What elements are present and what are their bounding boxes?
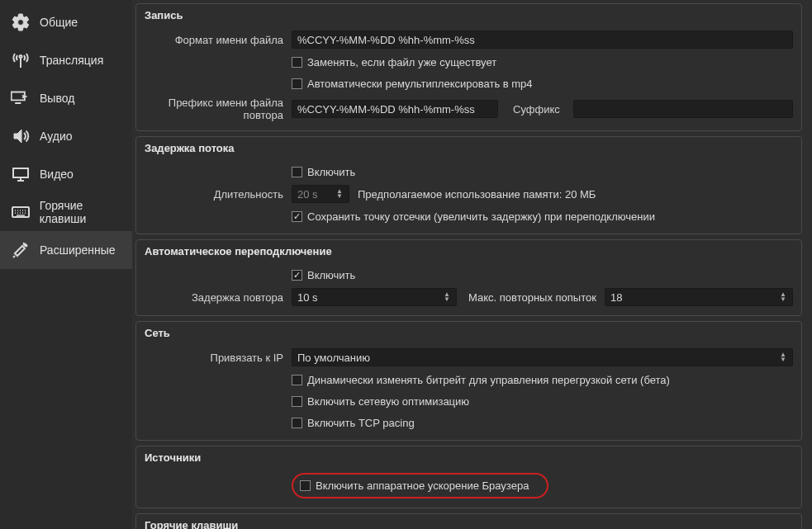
antenna-icon bbox=[10, 50, 31, 71]
dropdown-arrows-icon: ▲▼ bbox=[777, 352, 789, 362]
overwrite-checkbox[interactable]: Заменять, если файл уже существует bbox=[292, 56, 496, 68]
settings-content[interactable]: Запись Формат имени файла Заменять, если… bbox=[132, 0, 812, 529]
checkbox-label: Включить TCP pacing bbox=[307, 417, 415, 429]
preserve-cutoff-checkbox[interactable]: Сохранить точку отсечки (увеличить задер… bbox=[292, 210, 655, 223]
bind-ip-label: Привязать к IP bbox=[145, 352, 292, 364]
group-reconnect: Автоматическое переподключение Включить … bbox=[135, 239, 802, 316]
checkbox-icon bbox=[292, 396, 302, 407]
spinner-buttons-icon: ▲▼ bbox=[777, 292, 789, 302]
monitor-icon bbox=[10, 163, 31, 185]
group-recording: Запись Формат имени файла Заменять, если… bbox=[135, 3, 802, 131]
group-sources: Источники Включить аппаратное ускорение … bbox=[135, 446, 802, 508]
checkbox-icon bbox=[292, 418, 302, 428]
checkbox-label: Включить bbox=[307, 166, 355, 178]
replay-prefix-input[interactable] bbox=[292, 100, 498, 118]
checkbox-label: Заменять, если файл уже существует bbox=[307, 56, 496, 68]
sidebar-item-label: Трансляция bbox=[40, 54, 103, 67]
group-network: Сеть Привязать к IP По умолчанию ▲▼ Дина… bbox=[135, 321, 802, 441]
group-stream-delay: Задержка потока Включить Длительность 20… bbox=[135, 136, 802, 234]
duration-spinner[interactable]: 20 s ▲▼ bbox=[292, 185, 349, 203]
bind-ip-dropdown[interactable]: По умолчанию ▲▼ bbox=[292, 348, 793, 366]
sidebar-item-output[interactable]: Вывод bbox=[0, 79, 132, 117]
filename-format-input[interactable] bbox=[292, 31, 793, 49]
sidebar-item-advanced[interactable]: Расширенные bbox=[0, 231, 132, 269]
gear-icon bbox=[10, 12, 31, 33]
checkbox-label: Включить аппаратное ускорение Браузера bbox=[316, 479, 529, 492]
checkbox-icon bbox=[292, 375, 302, 385]
checkbox-icon bbox=[292, 78, 302, 89]
checkbox-icon bbox=[292, 57, 302, 68]
sidebar-item-label: Расширенные bbox=[40, 243, 116, 257]
dynamic-bitrate-checkbox[interactable]: Динамически изменять битрейт для управле… bbox=[292, 374, 670, 386]
sidebar-item-label: Видео bbox=[40, 168, 74, 181]
highlight-ring: Включить аппаратное ускорение Браузера bbox=[292, 473, 548, 498]
sidebar-item-audio[interactable]: Аудио bbox=[0, 117, 132, 155]
group-title: Горячие клавиши bbox=[136, 514, 801, 529]
suffix-label: Суффикс bbox=[506, 103, 565, 116]
group-title: Задержка потока bbox=[136, 137, 801, 161]
checkbox-label: Включить сетевую оптимизацию bbox=[307, 395, 469, 408]
spinner-buttons-icon: ▲▼ bbox=[441, 292, 453, 302]
sidebar-item-label: Вывод bbox=[40, 92, 74, 105]
tcp-pacing-checkbox[interactable]: Включить TCP pacing bbox=[292, 417, 415, 429]
retry-delay-label: Задержка повтора bbox=[145, 291, 292, 304]
remux-checkbox[interactable]: Автоматически ремультиплексировать в mp4 bbox=[292, 78, 533, 90]
tools-icon bbox=[10, 239, 31, 261]
checkbox-label: Автоматически ремультиплексировать в mp4 bbox=[307, 78, 533, 90]
group-title: Сеть bbox=[136, 322, 801, 346]
memory-usage-label: Предполагаемое использование памяти: 20 … bbox=[358, 188, 596, 201]
replay-prefix-label: Префикс имени файла повтора bbox=[145, 97, 292, 121]
group-title: Источники bbox=[136, 446, 801, 470]
sidebar-item-label: Общие bbox=[40, 16, 78, 29]
keyboard-icon bbox=[10, 201, 31, 223]
checkbox-label: Динамически изменять битрейт для управле… bbox=[307, 374, 670, 386]
checkbox-checked-icon bbox=[292, 211, 302, 222]
duration-label: Длительность bbox=[145, 188, 292, 201]
output-icon bbox=[10, 87, 31, 109]
checkbox-icon bbox=[300, 480, 311, 491]
group-title: Запись bbox=[136, 4, 801, 28]
reconnect-enable-checkbox[interactable]: Включить bbox=[292, 269, 355, 281]
filename-format-label: Формат имени файла bbox=[145, 34, 292, 46]
max-retries-label: Макс. повторных попыток bbox=[465, 291, 596, 304]
group-title: Автоматическое переподключение bbox=[136, 240, 801, 264]
sidebar-item-general[interactable]: Общие bbox=[0, 3, 132, 41]
checkbox-label: Включить bbox=[307, 269, 355, 281]
browser-hw-accel-checkbox[interactable]: Включить аппаратное ускорение Браузера bbox=[300, 479, 529, 492]
checkbox-icon bbox=[292, 167, 302, 177]
max-retries-spinner[interactable]: 18 ▲▼ bbox=[605, 288, 793, 306]
sidebar-item-label: Горячие клавиши bbox=[40, 199, 132, 225]
sidebar-item-hotkeys[interactable]: Горячие клавиши bbox=[0, 193, 132, 231]
settings-sidebar: Общие Трансляция Вывод Аудио Видео bbox=[0, 0, 132, 529]
network-optimization-checkbox[interactable]: Включить сетевую оптимизацию bbox=[292, 395, 469, 408]
speaker-icon bbox=[10, 125, 31, 147]
sidebar-item-stream[interactable]: Трансляция bbox=[0, 41, 132, 79]
sidebar-item-video[interactable]: Видео bbox=[0, 155, 132, 193]
retry-delay-spinner[interactable]: 10 s ▲▼ bbox=[292, 288, 457, 306]
delay-enable-checkbox[interactable]: Включить bbox=[292, 166, 355, 178]
suffix-input[interactable] bbox=[573, 100, 793, 118]
group-hotkeys: Горячие клавиши Поведение фокуса горячих… bbox=[135, 513, 802, 529]
spinner-buttons-icon: ▲▼ bbox=[334, 189, 345, 199]
checkbox-checked-icon bbox=[292, 270, 302, 281]
sidebar-item-label: Аудио bbox=[40, 130, 73, 143]
checkbox-label: Сохранить точку отсечки (увеличить задер… bbox=[307, 210, 655, 223]
